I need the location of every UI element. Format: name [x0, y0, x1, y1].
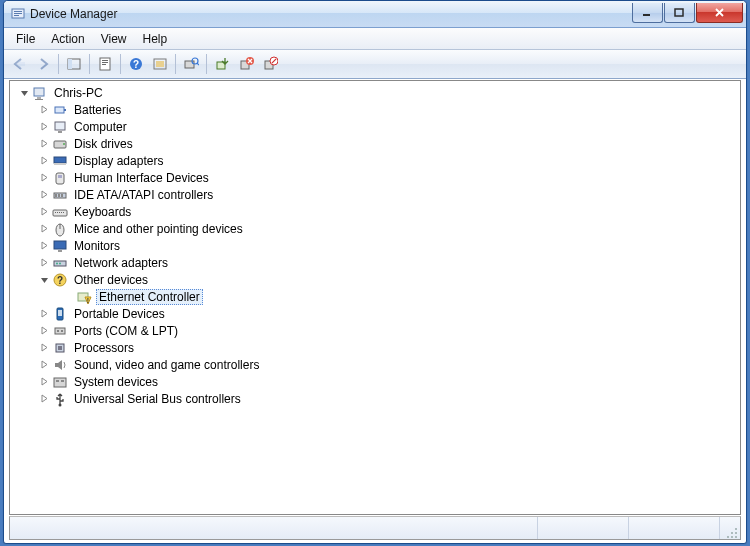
menu-file[interactable]: File: [8, 30, 43, 48]
collapse-icon[interactable]: [38, 273, 51, 286]
display-icon: [52, 153, 68, 169]
tree-device[interactable]: !Ethernet Controller: [14, 288, 736, 305]
svg-rect-33: [56, 173, 64, 184]
expand-icon[interactable]: [38, 103, 51, 116]
expand-icon[interactable]: [38, 307, 51, 320]
cpu-icon: [52, 340, 68, 356]
close-button[interactable]: [696, 3, 743, 23]
svg-rect-42: [59, 212, 60, 213]
system-icon: [52, 374, 68, 390]
device-tree-pane[interactable]: Chris-PCBatteriesComputerDisk drivesDisp…: [9, 80, 741, 515]
maximize-button[interactable]: [664, 3, 695, 23]
tree-category[interactable]: Ports (COM & LPT): [14, 322, 736, 339]
svg-rect-36: [55, 194, 57, 197]
expand-icon[interactable]: [38, 341, 51, 354]
tree-item-label: Chris-PC: [52, 86, 105, 100]
svg-rect-43: [61, 212, 62, 213]
collapse-icon[interactable]: [18, 86, 31, 99]
update-driver-button[interactable]: [211, 53, 233, 75]
tree-category[interactable]: ?Other devices: [14, 271, 736, 288]
tree-item-label: Batteries: [72, 103, 123, 117]
expand-icon[interactable]: [38, 222, 51, 235]
status-pane: [538, 517, 629, 539]
minimize-button[interactable]: [632, 3, 663, 23]
computer-icon: [52, 119, 68, 135]
tree-category[interactable]: Sound, video and game controllers: [14, 356, 736, 373]
expand-icon[interactable]: [38, 205, 51, 218]
svg-point-71: [731, 536, 733, 538]
expand-icon[interactable]: [38, 239, 51, 252]
back-button[interactable]: [8, 53, 30, 75]
tree-item-label: Portable Devices: [72, 307, 167, 321]
warning-device-icon: !: [76, 289, 92, 305]
tree-category[interactable]: Display adapters: [14, 152, 736, 169]
tree-category[interactable]: Portable Devices: [14, 305, 736, 322]
svg-rect-62: [58, 346, 62, 350]
tree-category[interactable]: Batteries: [14, 101, 736, 118]
expand-icon[interactable]: [38, 392, 51, 405]
ide-icon: [52, 187, 68, 203]
action-button[interactable]: [149, 53, 171, 75]
computer-icon: [32, 85, 48, 101]
tree-category[interactable]: Processors: [14, 339, 736, 356]
forward-button[interactable]: [32, 53, 54, 75]
menu-help[interactable]: Help: [135, 30, 176, 48]
tree-category[interactable]: IDE ATA/ATAPI controllers: [14, 186, 736, 203]
svg-rect-64: [56, 380, 59, 382]
tree-item-label: Other devices: [72, 273, 150, 287]
tree-category[interactable]: Universal Serial Bus controllers: [14, 390, 736, 407]
svg-rect-25: [55, 107, 64, 113]
svg-rect-2: [14, 13, 22, 14]
expand-icon[interactable]: [38, 256, 51, 269]
expand-icon[interactable]: [38, 375, 51, 388]
resize-grip-icon[interactable]: [720, 515, 740, 541]
tree-category[interactable]: Disk drives: [14, 135, 736, 152]
hid-icon: [52, 170, 68, 186]
tree-item-label: System devices: [72, 375, 160, 389]
expand-icon[interactable]: [38, 137, 51, 150]
svg-rect-1: [14, 11, 22, 12]
tree-category[interactable]: Monitors: [14, 237, 736, 254]
uninstall-button[interactable]: [235, 53, 257, 75]
tree-category[interactable]: System devices: [14, 373, 736, 390]
toolbar-separator: [58, 54, 59, 74]
expand-icon[interactable]: [38, 154, 51, 167]
svg-rect-14: [156, 61, 164, 67]
svg-point-69: [731, 532, 733, 534]
expand-icon[interactable]: [38, 324, 51, 337]
status-pane: [10, 517, 538, 539]
sound-icon: [52, 357, 68, 373]
svg-rect-9: [102, 62, 108, 63]
status-pane: [629, 517, 720, 539]
usb-icon: [52, 391, 68, 407]
tree-category[interactable]: Computer: [14, 118, 736, 135]
svg-rect-32: [54, 163, 66, 165]
expand-icon[interactable]: [38, 120, 51, 133]
menu-view[interactable]: View: [93, 30, 135, 48]
tree-item-label: Sound, video and game controllers: [72, 358, 261, 372]
svg-rect-23: [37, 97, 41, 99]
expand-icon[interactable]: [38, 171, 51, 184]
svg-point-51: [59, 262, 61, 264]
tree-category[interactable]: Network adapters: [14, 254, 736, 271]
disable-button[interactable]: [259, 53, 281, 75]
toolbar-separator: [206, 54, 207, 74]
tree-category[interactable]: Keyboards: [14, 203, 736, 220]
tree-category[interactable]: Mice and other pointing devices: [14, 220, 736, 237]
portable-icon: [52, 306, 68, 322]
expand-icon[interactable]: [38, 188, 51, 201]
tree-root[interactable]: Chris-PC: [14, 84, 736, 101]
menu-action[interactable]: Action: [43, 30, 92, 48]
svg-point-68: [735, 532, 737, 534]
svg-rect-31: [54, 157, 66, 163]
show-hide-tree-button[interactable]: [63, 53, 85, 75]
svg-point-72: [727, 536, 729, 538]
properties-button[interactable]: [94, 53, 116, 75]
expand-icon[interactable]: [38, 358, 51, 371]
help-button[interactable]: ?: [125, 53, 147, 75]
scan-hardware-button[interactable]: [180, 53, 202, 75]
svg-rect-28: [58, 131, 62, 133]
titlebar[interactable]: Device Manager: [4, 1, 746, 28]
tree-category[interactable]: Human Interface Devices: [14, 169, 736, 186]
battery-icon: [52, 102, 68, 118]
